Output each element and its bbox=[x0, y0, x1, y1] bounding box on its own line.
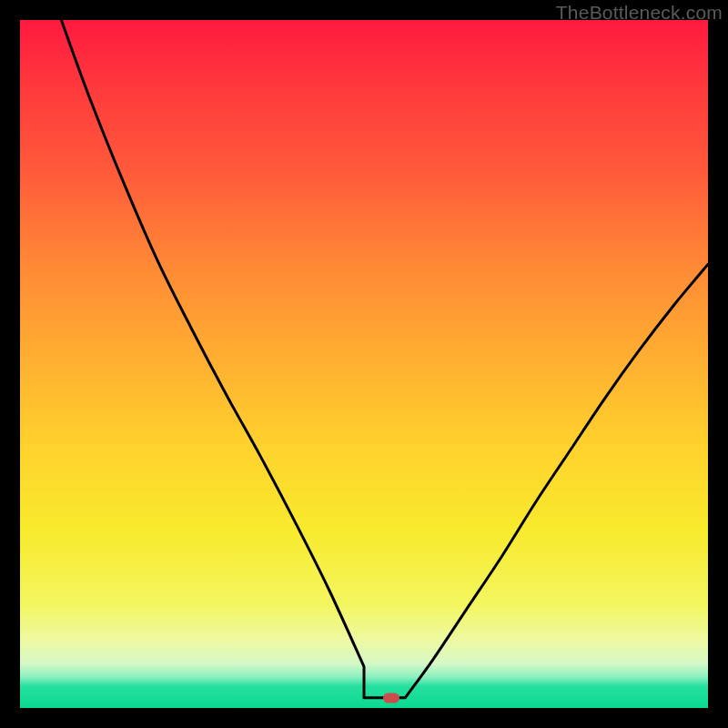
optimal-marker bbox=[383, 693, 399, 703]
curve-path bbox=[61, 20, 708, 698]
plot-area bbox=[20, 20, 708, 708]
chart-frame: TheBottleneck.com bbox=[0, 0, 728, 728]
bottleneck-curve bbox=[20, 20, 708, 708]
